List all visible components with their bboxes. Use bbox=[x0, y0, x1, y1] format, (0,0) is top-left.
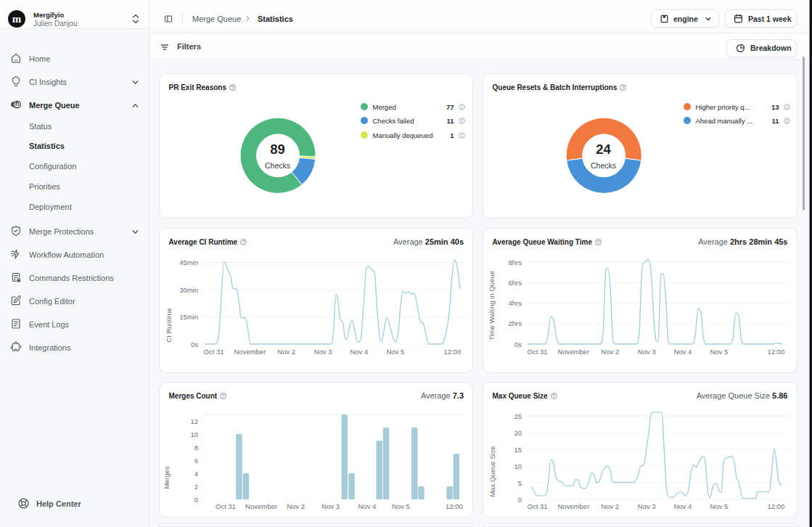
svg-text:Oct 31: Oct 31 bbox=[527, 502, 547, 510]
svg-text:Oct 31: Oct 31 bbox=[203, 348, 223, 356]
svg-text:Nov 3: Nov 3 bbox=[637, 348, 655, 356]
svg-text:12: 12 bbox=[190, 417, 198, 425]
svg-text:November: November bbox=[245, 502, 277, 510]
svg-text:CI Runtime: CI Runtime bbox=[165, 308, 173, 343]
svg-text:November: November bbox=[557, 502, 589, 510]
svg-text:4hrs: 4hrs bbox=[508, 299, 522, 307]
svg-text:0: 0 bbox=[194, 496, 197, 504]
svg-text:Nov 5: Nov 5 bbox=[386, 348, 404, 356]
svg-text:Nov 4: Nov 4 bbox=[673, 348, 692, 356]
svg-text:November: November bbox=[557, 348, 589, 356]
svg-text:Nov 5: Nov 5 bbox=[710, 348, 728, 356]
svg-text:8hrs: 8hrs bbox=[508, 258, 522, 266]
svg-text:6hrs: 6hrs bbox=[508, 279, 522, 287]
svg-text:Nov 5: Nov 5 bbox=[710, 502, 728, 510]
svg-text:Nov 4: Nov 4 bbox=[673, 502, 692, 510]
svg-text:Nov 4: Nov 4 bbox=[358, 502, 376, 510]
svg-text:m: m bbox=[12, 13, 22, 25]
svg-text:Nov 3: Nov 3 bbox=[313, 348, 332, 356]
svg-text:6: 6 bbox=[194, 457, 197, 465]
svg-text:Nov 2: Nov 2 bbox=[601, 348, 619, 356]
svg-text:15min: 15min bbox=[179, 313, 198, 321]
svg-text:12:00: 12:00 bbox=[443, 348, 461, 356]
svg-text:45min: 45min bbox=[179, 258, 198, 266]
svg-text:25: 25 bbox=[514, 412, 522, 420]
svg-text:Oct 31: Oct 31 bbox=[216, 502, 236, 510]
svg-text:12:00: 12:00 bbox=[767, 502, 784, 510]
svg-text:4: 4 bbox=[194, 470, 197, 478]
svg-text:10: 10 bbox=[190, 430, 198, 438]
svg-text:Merges: Merges bbox=[163, 466, 171, 489]
svg-text:November: November bbox=[234, 348, 266, 356]
svg-text:Nov 5: Nov 5 bbox=[392, 502, 410, 510]
svg-text:12:00: 12:00 bbox=[446, 502, 463, 510]
svg-text:15: 15 bbox=[514, 446, 522, 454]
svg-text:Nov 3: Nov 3 bbox=[637, 502, 655, 510]
svg-text:Nov 2: Nov 2 bbox=[601, 502, 619, 510]
svg-text:2: 2 bbox=[194, 483, 197, 491]
svg-text:30min: 30min bbox=[179, 286, 198, 294]
svg-text:2hrs: 2hrs bbox=[508, 319, 522, 327]
svg-text:8: 8 bbox=[194, 444, 197, 452]
svg-text:Nov 2: Nov 2 bbox=[287, 502, 305, 510]
svg-text:5: 5 bbox=[517, 479, 521, 487]
svg-text:0: 0 bbox=[517, 496, 521, 504]
svg-text:Nov 4: Nov 4 bbox=[350, 348, 368, 356]
svg-text:10: 10 bbox=[514, 462, 522, 470]
svg-text:0s: 0s bbox=[514, 340, 521, 348]
svg-text:12:00: 12:00 bbox=[767, 348, 784, 356]
svg-text:Time Waiting in Queue: Time Waiting in Queue bbox=[488, 271, 496, 340]
svg-text:Oct 31: Oct 31 bbox=[527, 348, 547, 356]
svg-text:0s: 0s bbox=[190, 340, 197, 348]
svg-text:Max Queue Size: Max Queue Size bbox=[488, 446, 496, 497]
svg-text:20: 20 bbox=[514, 429, 522, 437]
svg-text:Nov 3: Nov 3 bbox=[321, 502, 340, 510]
svg-text:Nov 2: Nov 2 bbox=[277, 348, 295, 356]
